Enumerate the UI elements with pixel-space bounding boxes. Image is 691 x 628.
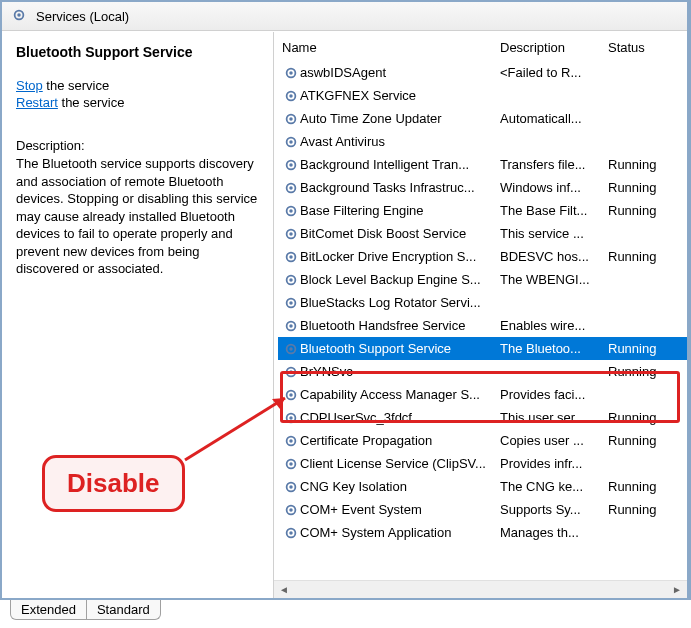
service-row[interactable]: CNG Key IsolationThe CNG ke...Running	[278, 475, 687, 498]
service-name: Bluetooth Support Service	[300, 341, 500, 356]
service-row[interactable]: COM+ Event SystemSupports Sy...Running	[278, 498, 687, 521]
service-icon	[282, 273, 300, 287]
service-description: <Failed to R...	[500, 65, 608, 80]
service-name: Block Level Backup Engine S...	[300, 272, 500, 287]
service-row[interactable]: BrYNSvcRunning	[278, 360, 687, 383]
service-row[interactable]: ATKGFNEX Service	[278, 84, 687, 107]
service-name: BrYNSvc	[300, 364, 500, 379]
service-description: Provides infr...	[500, 456, 608, 471]
service-name: COM+ Event System	[300, 502, 500, 517]
service-description: The CNG ke...	[500, 479, 608, 494]
tab-standard[interactable]: Standard	[86, 600, 161, 620]
service-row[interactable]: Bluetooth Support ServiceThe Bluetoo...R…	[278, 337, 687, 360]
service-row[interactable]: Client License Service (ClipSV...Provide…	[278, 452, 687, 475]
svg-point-33	[289, 416, 293, 420]
svg-point-9	[289, 140, 293, 144]
svg-point-27	[289, 347, 293, 351]
window-title: Services (Local)	[36, 9, 129, 24]
service-row[interactable]: Capability Access Manager S...Provides f…	[278, 383, 687, 406]
service-icon	[282, 181, 300, 195]
service-icon	[282, 250, 300, 264]
service-description: The Base Filt...	[500, 203, 608, 218]
service-row[interactable]: aswbIDSAgent<Failed to R...	[278, 61, 687, 84]
svg-point-17	[289, 232, 293, 236]
restart-link[interactable]: Restart	[16, 95, 58, 110]
svg-point-13	[289, 186, 293, 190]
service-row[interactable]: Base Filtering EngineThe Base Filt...Run…	[278, 199, 687, 222]
service-name: BitLocker Drive Encryption S...	[300, 249, 500, 264]
horizontal-scrollbar[interactable]: ◄ ►	[274, 580, 687, 598]
column-name[interactable]: Name	[282, 40, 500, 55]
service-name: COM+ System Application	[300, 525, 500, 540]
service-icon	[282, 227, 300, 241]
service-icon	[282, 434, 300, 448]
services-list: Name Description Status aswbIDSAgent<Fai…	[274, 32, 687, 598]
svg-point-11	[289, 163, 293, 167]
service-row[interactable]: COM+ System ApplicationManages th...	[278, 521, 687, 544]
window-titlebar: Services (Local)	[2, 2, 687, 31]
service-icon	[282, 204, 300, 218]
service-name: Avast Antivirus	[300, 134, 500, 149]
scroll-left-icon[interactable]: ◄	[276, 583, 292, 597]
details-pane: Bluetooth Support Service Stop the servi…	[2, 32, 274, 598]
service-icon	[282, 342, 300, 356]
service-description: Provides faci...	[500, 387, 608, 402]
annotation-callout: Disable	[42, 455, 185, 512]
service-icon	[282, 411, 300, 425]
service-name: Base Filtering Engine	[300, 203, 500, 218]
service-icon	[282, 503, 300, 517]
tabs: Extended Standard	[0, 600, 691, 624]
svg-point-41	[289, 508, 293, 512]
service-description: Copies user ...	[500, 433, 608, 448]
service-description: Supports Sy...	[500, 502, 608, 517]
service-name: Bluetooth Handsfree Service	[300, 318, 500, 333]
restart-suffix: the service	[58, 95, 124, 110]
service-name: aswbIDSAgent	[300, 65, 500, 80]
svg-point-19	[289, 255, 293, 259]
service-description: This user ser...	[500, 410, 608, 425]
service-description: Manages th...	[500, 525, 608, 540]
svg-point-7	[289, 117, 293, 121]
service-row[interactable]: BlueStacks Log Rotator Servi...	[278, 291, 687, 314]
svg-point-37	[289, 462, 293, 466]
service-row[interactable]: Bluetooth Handsfree ServiceEnables wire.…	[278, 314, 687, 337]
service-name: Capability Access Manager S...	[300, 387, 500, 402]
tab-extended[interactable]: Extended	[10, 600, 87, 620]
svg-point-31	[289, 393, 293, 397]
service-row[interactable]: Auto Time Zone UpdaterAutomaticall...	[278, 107, 687, 130]
stop-link[interactable]: Stop	[16, 78, 43, 93]
stop-suffix: the service	[43, 78, 109, 93]
service-row[interactable]: Certificate PropagationCopies user ...Ru…	[278, 429, 687, 452]
service-row[interactable]: CDPUserSvc_3fdcfThis user ser...Running	[278, 406, 687, 429]
service-name: CNG Key Isolation	[300, 479, 500, 494]
service-row[interactable]: BitLocker Drive Encryption S...BDESVC ho…	[278, 245, 687, 268]
column-description[interactable]: Description	[500, 40, 608, 55]
service-icon	[282, 112, 300, 126]
selected-service-title: Bluetooth Support Service	[16, 44, 259, 60]
list-header: Name Description Status	[274, 32, 687, 61]
svg-point-39	[289, 485, 293, 489]
service-description: The WBENGI...	[500, 272, 608, 287]
service-row[interactable]: Avast Antivirus	[278, 130, 687, 153]
service-status: Running	[608, 157, 687, 172]
service-status: Running	[608, 410, 687, 425]
service-icon	[282, 66, 300, 80]
service-row[interactable]: BitComet Disk Boost ServiceThis service …	[278, 222, 687, 245]
service-row[interactable]: Block Level Backup Engine S...The WBENGI…	[278, 268, 687, 291]
service-name: BitComet Disk Boost Service	[300, 226, 500, 241]
service-icon	[282, 319, 300, 333]
svg-point-1	[17, 13, 21, 17]
column-status[interactable]: Status	[608, 40, 679, 55]
service-row[interactable]: Background Intelligent Tran...Transfers …	[278, 153, 687, 176]
service-icon	[282, 480, 300, 494]
scroll-right-icon[interactable]: ►	[669, 583, 685, 597]
service-description: BDESVC hos...	[500, 249, 608, 264]
service-name: Certificate Propagation	[300, 433, 500, 448]
svg-point-25	[289, 324, 293, 328]
service-icon	[282, 388, 300, 402]
service-description: This service ...	[500, 226, 608, 241]
service-icon	[282, 296, 300, 310]
service-row[interactable]: Background Tasks Infrastruc...Windows in…	[278, 176, 687, 199]
service-name: CDPUserSvc_3fdcf	[300, 410, 500, 425]
service-icon	[282, 158, 300, 172]
